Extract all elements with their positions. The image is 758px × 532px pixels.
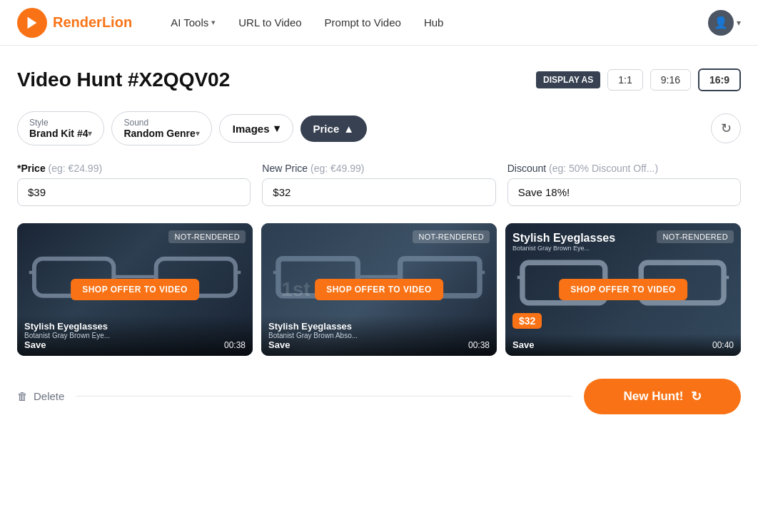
video-card-3[interactable]: Stylish Eyeglasses Botanist Gray Brown E… <box>505 223 741 356</box>
card-3-title: Stylish Eyeglasses <box>512 232 615 245</box>
refresh-icon: ↻ <box>721 121 732 136</box>
delete-button[interactable]: 🗑 Delete <box>17 390 64 402</box>
ratio-9-16-button[interactable]: 9:16 <box>650 69 691 91</box>
video-bottom-3: Save 00:40 <box>505 334 741 356</box>
video-bg-3: Stylish Eyeglasses Botanist Gray Brown E… <box>505 223 741 356</box>
video-bottom-2: Stylish Eyeglasses Botanist Gray Brown A… <box>261 315 497 356</box>
trash-icon: 🗑 <box>17 390 28 402</box>
not-rendered-badge-1: NOT-RENDERED <box>168 230 246 243</box>
price-input[interactable] <box>17 178 251 206</box>
shop-offer-btn-2[interactable]: SHOP OFFER TO VIDEO <box>315 279 443 300</box>
nav-hub[interactable]: Hub <box>414 11 454 34</box>
product-sub-2: Botanist Gray Brown Abso... <box>268 332 490 339</box>
nav-links: AI Tools ▾ URL to Video Prompt to Video … <box>161 11 708 34</box>
chevron-down-icon: ▾ <box>211 18 216 27</box>
new-price-field-group: New Price (eg: €49.99) <box>262 163 495 206</box>
video-bg-1: NOT-RENDERED SHOP OFFER TO VIDEO Stylish… <box>17 223 253 356</box>
not-rendered-badge-3: NOT-RENDERED <box>657 230 734 243</box>
discount-field-group: Discount (eg: 50% Discount Off...) <box>507 163 741 206</box>
main-content: Video Hunt #X2QQV02 DISPLAY AS 1:1 9:16 … <box>0 46 758 437</box>
images-filter-button[interactable]: Images ▾ <box>219 114 293 143</box>
images-chevron-icon: ▾ <box>274 122 280 135</box>
display-as-label: DISPLAY AS <box>536 71 600 88</box>
nav-url-to-video[interactable]: URL to Video <box>228 11 311 34</box>
shop-offer-btn-3[interactable]: SHOP OFFER TO VIDEO <box>559 279 687 300</box>
logo[interactable]: RenderLion <box>17 8 132 38</box>
navbar: RenderLion AI Tools ▾ URL to Video Promp… <box>0 0 758 46</box>
title-row: Video Hunt #X2QQV02 DISPLAY AS 1:1 9:16 … <box>17 68 741 91</box>
save-label-2: Save <box>268 339 290 350</box>
card-3-subtitle: Botanist Gray Brown Eye... <box>512 245 615 252</box>
logo-icon <box>17 8 47 38</box>
price-form: *Price (eg: €24.99) New Price (eg: €49.9… <box>17 163 741 206</box>
sound-chevron-icon: ▾ <box>196 128 200 138</box>
video-card-1[interactable]: NOT-RENDERED SHOP OFFER TO VIDEO Stylish… <box>17 223 253 356</box>
user-chevron-icon[interactable]: ▾ <box>737 18 741 28</box>
price-badge-3: $32 <box>512 313 542 329</box>
shop-offer-btn-1[interactable]: SHOP OFFER TO VIDEO <box>71 279 199 300</box>
duration-1: 00:38 <box>224 340 246 350</box>
bottom-row: 🗑 Delete New Hunt! ↻ <box>17 373 741 414</box>
card-3-title-overlay: Stylish Eyeglasses Botanist Gray Brown E… <box>512 232 615 252</box>
new-hunt-button[interactable]: New Hunt! ↻ <box>584 379 741 414</box>
price-field-group: *Price (eg: €24.99) <box>17 163 251 206</box>
nav-ai-tools[interactable]: AI Tools ▾ <box>161 11 226 34</box>
nav-prompt-to-video[interactable]: Prompt to Video <box>315 11 411 34</box>
ratio-16-9-button[interactable]: 16:9 <box>698 68 741 91</box>
discount-label: Discount (eg: 50% Discount Off...) <box>507 163 741 174</box>
logo-text: RenderLion <box>53 14 132 31</box>
duration-2: 00:38 <box>468 340 490 350</box>
play-icon <box>24 15 40 31</box>
user-avatar[interactable]: 👤 <box>708 10 734 36</box>
filter-row: Style Brand Kit #4 ▾ Sound Random Genre … <box>17 111 741 145</box>
bottom-divider <box>76 396 572 397</box>
video-grid: NOT-RENDERED SHOP OFFER TO VIDEO Stylish… <box>17 223 741 356</box>
sound-value: Random Genre <box>123 128 195 139</box>
price-filter-button[interactable]: Price ▲ <box>300 116 368 142</box>
style-value: Brand Kit #4 <box>29 128 88 139</box>
style-chevron-icon: ▾ <box>88 128 92 138</box>
price-chevron-icon: ▲ <box>343 123 354 135</box>
new-price-label: New Price (eg: €49.99) <box>262 163 495 174</box>
new-hunt-refresh-icon: ↻ <box>691 389 702 404</box>
nav-user-area: 👤 ▾ <box>708 10 741 36</box>
new-price-input[interactable] <box>262 178 495 206</box>
sound-filter-button[interactable]: Sound Random Genre ▾ <box>111 111 211 145</box>
video-card-2[interactable]: 1st Choice NOT-RENDERED SHOP OFFER TO VI… <box>261 223 497 356</box>
video-bottom-1: Stylish Eyeglasses Botanist Gray Brown E… <box>17 315 253 356</box>
video-bg-2: 1st Choice NOT-RENDERED SHOP OFFER TO VI… <box>261 223 497 356</box>
svg-marker-0 <box>28 16 37 29</box>
style-filter-button[interactable]: Style Brand Kit #4 ▾ <box>17 111 104 145</box>
page-title: Video Hunt #X2QQV02 <box>17 68 536 91</box>
product-name-2: Stylish Eyeglasses <box>268 321 490 332</box>
save-label-3: Save <box>512 339 534 350</box>
price-label: *Price (eg: €24.99) <box>17 163 251 174</box>
duration-3: 00:40 <box>712 340 734 350</box>
product-name-1: Stylish Eyeglasses <box>24 321 246 332</box>
display-as-section: DISPLAY AS 1:1 9:16 16:9 <box>536 68 741 91</box>
save-label-1: Save <box>24 339 46 350</box>
not-rendered-badge-2: NOT-RENDERED <box>413 230 490 243</box>
discount-input[interactable] <box>507 178 741 206</box>
ratio-1-1-button[interactable]: 1:1 <box>607 69 642 91</box>
product-sub-1: Botanist Gray Brown Eye... <box>24 332 246 339</box>
refresh-button[interactable]: ↻ <box>711 113 741 143</box>
